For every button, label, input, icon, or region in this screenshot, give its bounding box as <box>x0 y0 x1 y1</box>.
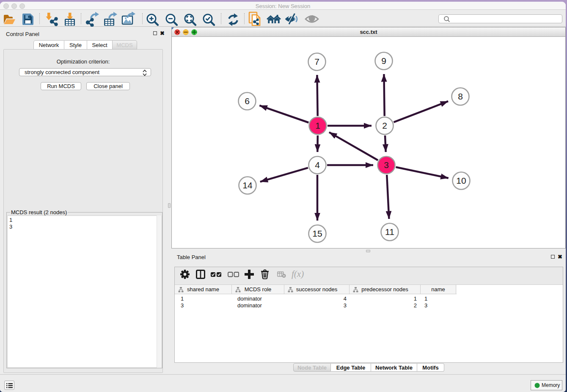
svg-text:1: 1 <box>315 121 320 130</box>
svg-text:14: 14 <box>242 180 253 190</box>
svg-text:8: 8 <box>458 91 463 101</box>
svg-text:4: 4 <box>315 160 320 170</box>
svg-text:11: 11 <box>385 227 394 237</box>
svg-text:2: 2 <box>382 121 387 130</box>
svg-text:7: 7 <box>314 57 319 66</box>
svg-text:6: 6 <box>245 96 250 106</box>
svg-text:10: 10 <box>456 176 466 185</box>
svg-text:3: 3 <box>384 160 389 170</box>
svg-text:9: 9 <box>381 56 386 66</box>
svg-text:15: 15 <box>312 229 322 238</box>
